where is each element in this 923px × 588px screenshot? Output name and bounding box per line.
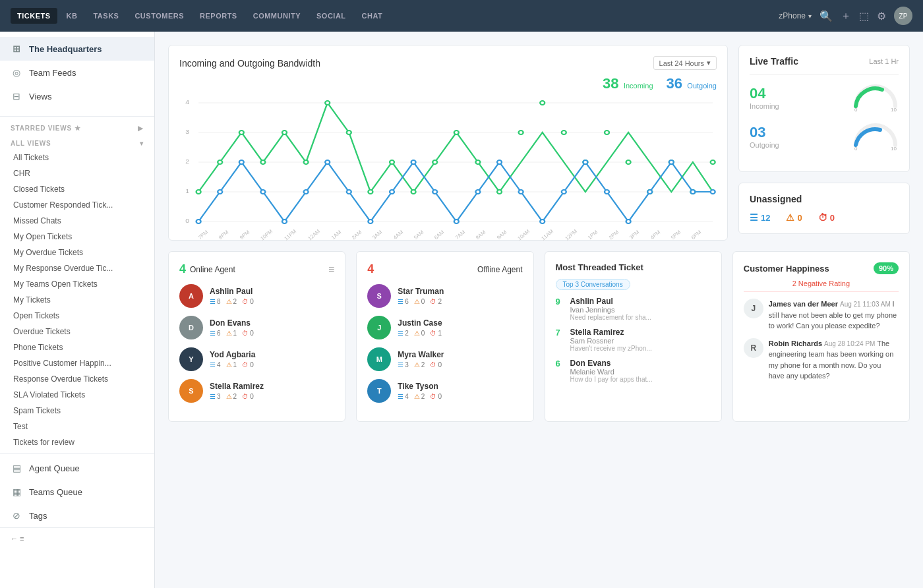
time-filter[interactable]: Last 24 Hours ▾ <box>653 56 717 70</box>
agent-clock-stat: ⏱ 0 <box>242 298 254 305</box>
sidebar-item-team-feeds[interactable]: ◎ Team Feeds <box>0 61 154 84</box>
ticket-mini-icon: ☰ <box>210 361 216 368</box>
phone-label: zPhone <box>779 11 806 20</box>
nav-item-community[interactable]: COMMUNITY <box>247 8 307 24</box>
nav-item-chat[interactable]: CHAT <box>355 8 390 24</box>
agent-tickets-stat: ☰ 6 <box>210 330 221 337</box>
main-layout: ⊞ The Headquarters ◎ Team Feeds ⊟ Views … <box>0 32 923 588</box>
agent-clock-stat: ⏱ 0 <box>430 361 442 368</box>
top-navigation: TICKETS KB TASKS CUSTOMERS REPORTS COMMU… <box>0 0 923 32</box>
settings-icon[interactable]: ⚙ <box>877 10 886 22</box>
agent-tickets-stat: ☰ 6 <box>398 298 409 305</box>
review-date: Aug 21 11:03 AM <box>840 301 893 308</box>
agent-name: Stella Ramirez <box>210 382 264 391</box>
nav-item-reports[interactable]: REPORTS <box>193 8 244 24</box>
svg-point-19 <box>390 160 394 164</box>
sidebar-view-item[interactable]: Test <box>0 419 154 434</box>
review-date: Aug 28 10:24 PM <box>824 340 877 347</box>
online-agent-count: 4 <box>179 262 186 276</box>
sidebar-item-views[interactable]: ⊟ Views <box>0 84 154 108</box>
sidebar-view-item[interactable]: Phone Tickets <box>0 339 154 355</box>
sidebar-view-item[interactable]: My Open Tickets <box>0 229 154 245</box>
external-icon[interactable]: ⬚ <box>859 10 869 22</box>
sidebar-view-item[interactable]: My Overdue Tickets <box>0 245 154 260</box>
agent-avatar: D <box>179 316 203 339</box>
outgoing-gauge-row: 03 Outgoing 0 10 <box>750 122 899 150</box>
sidebar-view-item[interactable]: My Response Overdue Tic... <box>0 260 154 276</box>
agent-tickets-stat: ☰ 4 <box>210 361 221 368</box>
sidebar-item-headquarters[interactable]: ⊞ The Headquarters <box>0 37 154 61</box>
live-traffic-title: Live Traffic <box>750 56 798 67</box>
sidebar-view-item[interactable]: Response Overdue Tickets <box>0 371 154 387</box>
sidebar-item-agent-queue[interactable]: ▤ Agent Queue <box>0 456 154 480</box>
svg-point-29 <box>605 131 609 134</box>
agent-tickets-stat: ☰ 3 <box>398 361 409 368</box>
svg-point-39 <box>282 220 287 223</box>
sidebar-view-item[interactable]: CHR <box>0 165 154 181</box>
warn-mini-icon: ⚠ <box>226 393 232 400</box>
search-icon[interactable]: 🔍 <box>819 10 833 22</box>
nav-item-tickets[interactable]: TICKETS <box>11 8 57 24</box>
sidebar-view-item[interactable]: Spam Tickets <box>0 403 154 419</box>
phone-selector[interactable]: zPhone ▾ <box>779 11 812 20</box>
svg-point-38 <box>260 190 265 194</box>
happiness-percentage: 90% <box>874 262 899 274</box>
svg-point-36 <box>218 190 222 194</box>
nav-item-tasks[interactable]: TASKS <box>86 8 125 24</box>
avatar[interactable]: ZP <box>894 7 912 25</box>
nav-item-social[interactable]: SOCIAL <box>310 8 353 24</box>
add-icon[interactable]: ＋ <box>841 9 851 23</box>
nav-item-kb[interactable]: KB <box>60 8 84 24</box>
online-agents-header: 4 Online Agent ≡ <box>179 262 334 276</box>
sidebar-divider-2 <box>0 453 154 454</box>
thread-name: Stella Ramirez <box>570 328 652 337</box>
starred-arrow-icon: ▶ <box>138 125 144 132</box>
sidebar-view-item[interactable]: Closed Tickets <box>0 181 154 197</box>
incoming-gauge-row: 04 Incoming 0 10 <box>750 83 899 111</box>
thread-name: Ashlin Paul <box>570 297 651 306</box>
sidebar-view-item[interactable]: Open Tickets <box>0 308 154 324</box>
tags-label: Tags <box>29 511 47 521</box>
svg-point-54 <box>605 190 609 194</box>
review-avatar: R <box>744 338 763 358</box>
sidebar-view-item[interactable]: SLA Violated Tickets <box>0 387 154 403</box>
svg-point-23 <box>475 160 480 164</box>
sidebar-view-item[interactable]: Customer Responded Tick... <box>0 197 154 213</box>
svg-point-53 <box>583 160 587 164</box>
agent-name: Ashlin Paul <box>210 287 254 296</box>
clock-mini-icon: ⏱ <box>430 330 436 337</box>
unassigned-tickets-stat: ☰ 12 <box>750 212 770 223</box>
sidebar-item-tags[interactable]: ⊘ Tags <box>0 504 154 527</box>
sidebar-view-item[interactable]: Missed Chats <box>0 213 154 229</box>
sidebar-view-item[interactable]: Overdue Tickets <box>0 324 154 339</box>
sidebar-view-item[interactable]: My Teams Open Tickets <box>0 276 154 292</box>
all-views-label[interactable]: ALL VIEWS ▾ <box>0 134 154 150</box>
svg-point-41 <box>325 160 330 164</box>
online-agent-item: D Don Evans ☰ 6 ⚠ 1 ⏱ 0 <box>179 316 334 339</box>
thread-num: 9 <box>556 297 565 307</box>
sidebar-view-item[interactable]: Tickets for review <box>0 434 154 450</box>
online-agent-item: S Stella Ramirez ☰ 3 ⚠ 2 ⏱ 0 <box>179 379 334 403</box>
sidebar-view-item[interactable]: All Tickets <box>0 150 154 165</box>
offline-agent-item: J Justin Case ☰ 2 ⚠ 0 ⏱ 1 <box>367 316 522 339</box>
sidebar-view-item[interactable]: Positive Customer Happin... <box>0 355 154 371</box>
bandwidth-legend: 38 Incoming 36 Outgoing <box>179 75 717 92</box>
ticket-mini-icon: ☰ <box>210 393 216 400</box>
agent-avatar: M <box>367 347 391 371</box>
nav-item-customers[interactable]: CUSTOMERS <box>128 8 191 24</box>
online-agents-menu-icon[interactable]: ≡ <box>328 264 334 276</box>
svg-point-56 <box>647 190 652 194</box>
agent-stats: ☰ 6 ⚠ 0 ⏱ 2 <box>398 298 444 305</box>
sidebar-view-item[interactable]: My Tickets <box>0 292 154 308</box>
bottom-row: 4 Online Agent ≡ A Ashlin Paul ☰ 8 ⚠ 2 ⏱… <box>168 251 910 422</box>
offline-agents-card: 4 Offline Agent S Star Truman ☰ 6 ⚠ 0 ⏱ … <box>356 251 533 422</box>
svg-point-51 <box>540 220 545 223</box>
unassigned-tickets-value: 12 <box>761 213 770 223</box>
warn-mini-icon: ⚠ <box>414 330 420 337</box>
sidebar-footer[interactable]: ← ≡ <box>0 527 154 549</box>
starred-views-label[interactable]: STARRED VIEWS ★ ▶ <box>0 119 154 134</box>
sidebar-divider-1 <box>0 116 154 117</box>
clock-mini-icon: ⏱ <box>242 298 249 305</box>
sidebar-item-teams-queue[interactable]: ▦ Teams Queue <box>0 480 154 504</box>
sidebar: ⊞ The Headquarters ◎ Team Feeds ⊟ Views … <box>0 32 155 588</box>
